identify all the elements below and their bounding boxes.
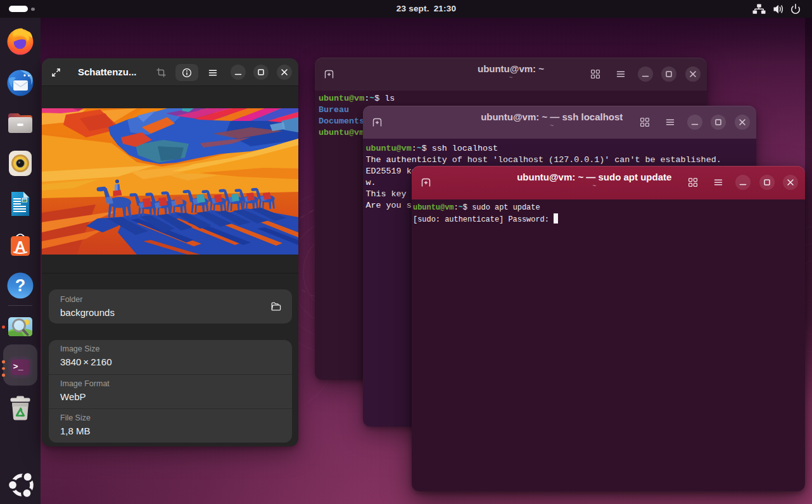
svg-text:>_: >_ [13,362,24,372]
svg-text:?: ? [15,276,26,295]
